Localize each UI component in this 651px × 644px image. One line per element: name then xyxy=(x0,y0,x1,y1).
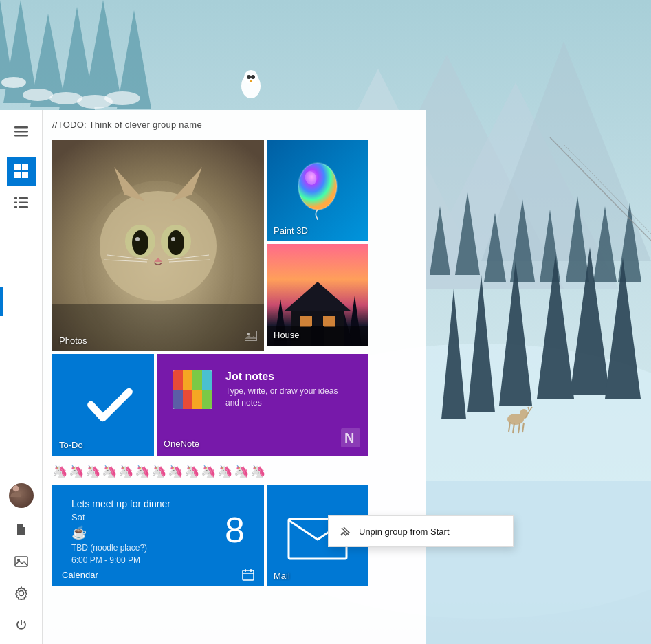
sidebar-item-all-apps[interactable] xyxy=(7,188,36,217)
calendar-content: Lets meet up for dinner Sat ☕ TBD (noodl… xyxy=(62,491,254,579)
onenote-jot-label: Jot notes xyxy=(225,370,352,383)
calendar-date: 8 xyxy=(225,512,245,548)
start-menu: //TODO: Think of clever group name xyxy=(0,110,426,644)
onenote-text: Jot notes Type, write, or draw your idea… xyxy=(220,362,360,417)
tile-house[interactable]: House xyxy=(267,244,368,346)
svg-rect-96 xyxy=(323,316,335,327)
tile-house-label: House xyxy=(274,330,300,340)
start-menu-content: //TODO: Think of clever group name xyxy=(43,110,426,644)
unpin-group-label: Unpin group from Start xyxy=(359,526,450,537)
image-icon xyxy=(14,555,28,568)
svg-rect-50 xyxy=(14,135,28,137)
calendar-left: Sat ☕ TBD (noodle place?) 6:00 PM - 9:00… xyxy=(71,512,147,565)
sidebar-item-power[interactable] xyxy=(7,610,36,639)
hamburger-icon xyxy=(14,124,28,138)
svg-rect-111 xyxy=(243,570,254,580)
tile-mail-label: Mail xyxy=(274,570,290,581)
tile-paint3d[interactable]: Paint 3D xyxy=(267,140,368,241)
list-icon xyxy=(14,196,28,210)
svg-rect-104 xyxy=(202,370,212,390)
svg-rect-101 xyxy=(173,370,183,390)
svg-point-73 xyxy=(168,230,184,255)
svg-point-72 xyxy=(132,230,148,255)
svg-rect-57 xyxy=(19,206,28,208)
settings-icon xyxy=(14,586,28,600)
onenote-logo: N xyxy=(341,428,360,447)
sidebar-item-image[interactable] xyxy=(7,547,36,576)
svg-point-61 xyxy=(12,485,19,491)
calendar-time: 6:00 PM - 9:00 PM xyxy=(71,555,147,565)
svg-rect-107 xyxy=(192,390,202,409)
group-title: //TODO: Think of clever group name xyxy=(52,117,417,133)
svg-rect-55 xyxy=(19,197,28,199)
grid-icon xyxy=(14,164,28,178)
svg-point-75 xyxy=(171,237,175,241)
svg-point-31 xyxy=(104,91,140,105)
onenote-stripe-icon xyxy=(173,370,212,409)
calendar-coffee: ☕ xyxy=(71,525,147,540)
svg-point-69 xyxy=(100,191,217,301)
svg-rect-54 xyxy=(22,172,28,178)
tile-photos[interactable]: Photos xyxy=(52,140,264,351)
unpin-svg xyxy=(340,526,351,537)
svg-point-74 xyxy=(135,237,140,241)
context-menu-item-unpin-group[interactable]: Unpin group from Start xyxy=(329,519,513,544)
onenote-n-icon: N xyxy=(341,428,360,450)
svg-rect-53 xyxy=(14,172,21,178)
svg-rect-58 xyxy=(14,197,17,199)
svg-rect-103 xyxy=(192,370,202,390)
svg-point-35 xyxy=(251,75,255,79)
svg-rect-49 xyxy=(14,131,28,133)
tile-onenote[interactable]: Jot notes Type, write, or draw your idea… xyxy=(157,354,368,456)
svg-point-27 xyxy=(1,77,26,88)
todo-tile-content xyxy=(59,361,154,449)
context-menu: Unpin group from Start xyxy=(328,515,514,547)
svg-rect-51 xyxy=(14,164,21,170)
onenote-color-stripes xyxy=(173,370,212,409)
svg-rect-56 xyxy=(19,202,28,204)
svg-point-40 xyxy=(520,409,528,419)
user-avatar[interactable] xyxy=(7,481,36,510)
document-icon xyxy=(14,523,28,537)
calendar-sat-row: Sat ☕ TBD (noodle place?) 6:00 PM - 9:00… xyxy=(71,512,245,565)
svg-rect-48 xyxy=(14,126,28,129)
svg-rect-108 xyxy=(202,390,212,409)
emoji-row: 🦄🦄🦄🦄🦄🦄🦄🦄🦄🦄🦄🦄🦄 xyxy=(52,464,417,479)
sidebar xyxy=(0,110,43,644)
second-tiles-row: To-Do xyxy=(52,354,417,456)
tile-paint3d-label: Paint 3D xyxy=(274,225,308,236)
svg-point-85 xyxy=(247,333,250,335)
tiles-group: Photos xyxy=(52,140,417,351)
svg-rect-60 xyxy=(14,206,17,208)
svg-point-34 xyxy=(247,75,251,79)
svg-point-62 xyxy=(10,492,21,497)
svg-text:N: N xyxy=(344,430,354,445)
svg-rect-95 xyxy=(300,316,312,327)
tile-photos-label: Photos xyxy=(59,335,87,346)
svg-rect-106 xyxy=(183,390,192,409)
hamburger-menu-button[interactable] xyxy=(7,117,36,146)
tile-todo-label: To-Do xyxy=(59,440,83,450)
tile-calendar[interactable]: Lets meet up for dinner Sat ☕ TBD (noodl… xyxy=(52,485,264,586)
onenote-description: Type, write, or draw your ideas and note… xyxy=(225,386,352,409)
svg-rect-6 xyxy=(426,481,651,644)
svg-rect-63 xyxy=(19,529,24,531)
calendar-footer: Calendar xyxy=(62,568,254,581)
power-icon xyxy=(14,618,28,632)
avatar-icon xyxy=(9,483,23,497)
right-tile-column: Paint 3D xyxy=(267,140,368,351)
sidebar-item-document[interactable] xyxy=(7,515,36,544)
active-indicator xyxy=(0,287,3,316)
unpin-icon xyxy=(340,526,351,537)
calendar-icon xyxy=(242,568,254,581)
avatar-image xyxy=(9,483,34,508)
sidebar-item-tiles[interactable] xyxy=(7,157,36,186)
svg-rect-64 xyxy=(19,531,24,533)
svg-point-28 xyxy=(23,89,53,101)
calendar-event-title: Lets meet up for dinner xyxy=(71,498,245,509)
tile-calendar-label: Calendar xyxy=(62,570,98,580)
photos-icon xyxy=(245,331,257,346)
tile-todo[interactable]: To-Do xyxy=(52,354,154,456)
svg-rect-65 xyxy=(15,557,27,566)
sidebar-item-settings[interactable] xyxy=(7,579,36,608)
